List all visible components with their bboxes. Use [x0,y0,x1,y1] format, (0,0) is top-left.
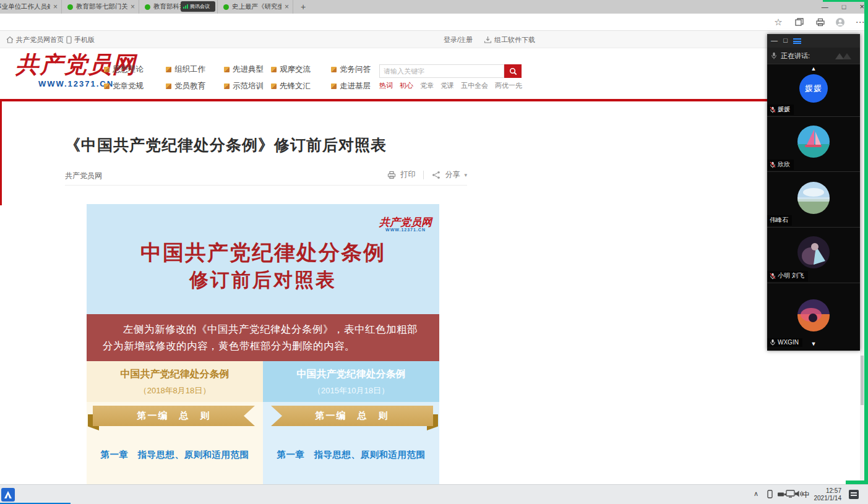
hot-keyword[interactable]: 党章 [420,81,434,90]
site-search [379,64,522,78]
tab-title: 史上最严《研究生导师指导行为准则》 [232,2,281,11]
nav-item[interactable]: 示范培训 [224,81,271,92]
poster-column-headers: 中国共产党纪律处分条例 （2018年8月18日） 中国共产党纪律处分条例 （20… [87,361,439,402]
avatar [797,236,830,268]
green-dot-favicon [67,4,73,10]
nav-bullet-icon [271,83,277,89]
participant-name-chip: 伟峰石 [767,215,792,226]
new-tab-button[interactable]: + [298,1,309,12]
participant-tile-5[interactable]: ▼ WXGIN [767,283,860,351]
panel-minimize-button[interactable]: — [770,36,778,45]
hot-keyword[interactable]: 热词 [379,81,393,90]
participant-tile-2[interactable]: 欣欣 [767,116,860,171]
poster-notice-text: 左侧为新修改的《中国共产党纪律处分条例》，表中红色加粗部分为新增或修改的内容，黄… [87,314,439,354]
nav-item[interactable]: 走进基层 [331,81,380,92]
search-button[interactable] [504,64,522,78]
meeting-float-pill[interactable]: 腾讯会议 [181,1,215,12]
taskbar-app-icon[interactable] [1,488,15,502]
share-label[interactable]: 分享 [445,169,460,180]
panel-maximize-button[interactable]: □ [781,36,789,45]
hot-keyword[interactable]: 党课 [440,81,454,90]
phone-tray-icon[interactable] [767,490,773,498]
collections-icon[interactable] [794,18,805,29]
article-title: 《中国共产党纪律处分条例》修订前后对照表 [65,135,498,155]
mic-muted-icon [770,161,776,168]
hot-keyword[interactable]: 五中全会 [461,81,488,90]
profile-avatar-icon[interactable] [835,17,846,28]
nav-item[interactable]: 思想理论 [104,64,166,75]
left-column-header: 中国共产党纪律处分条例 （2018年8月18日） [87,361,263,402]
page-scrollbar-thumb[interactable] [861,356,864,405]
share-caret-icon[interactable]: ▾ [464,172,467,178]
hot-keyword[interactable]: 初心 [400,81,413,90]
nav-item[interactable]: 组织工作 [166,64,224,75]
display-tray-icon[interactable] [786,490,795,498]
nav-bullet-icon [331,67,337,72]
print-label[interactable]: 打印 [400,169,415,180]
comparison-poster-image: 共产党员网 WWW.12371.CN 中国共产党纪律处分条例 修订前后对照表 左… [87,204,439,484]
window-controls: — □ × [822,0,864,14]
clock-date: 2021/1/14 [813,495,841,502]
screenshare-border-top [823,0,868,2]
maximize-button[interactable]: □ [842,0,846,14]
page-scrollbar-track[interactable] [860,31,864,484]
participant-name-chip: 媛媛 [767,105,794,115]
nav-bullet-icon [166,83,171,89]
tab-close-icon[interactable]: × [53,2,58,11]
browser-tab-4[interactable]: 史上最严《研究生导师指导行为准则》 × [220,0,293,14]
taskbar-clock[interactable]: 12:57 2021/1/14 [813,487,841,502]
nav-item[interactable]: 党章党规 [104,81,166,92]
poster-notice-banner: 左侧为新修改的《中国共产党纪律处分条例》，表中红色加粗部分为新增或修改的内容，黄… [87,314,439,361]
nav-bullet-icon [166,67,171,72]
participant-tile-3[interactable]: 伟峰石 [767,171,860,227]
usb-tray-icon[interactable] [777,492,786,497]
login-register-link[interactable]: 登录/注册 [444,31,473,48]
browser-tab-1[interactable]: 事业单位工作人员处分暂行规定 × [0,0,62,14]
tab-close-icon[interactable]: × [131,2,135,11]
search-input[interactable] [379,64,504,78]
participant-tile-4[interactable]: 小明 刘飞 [767,227,860,283]
share-icon[interactable] [432,171,440,179]
speaking-status-bar: 正在讲话: [767,48,860,64]
close-button[interactable]: × [859,0,864,14]
divider [423,171,424,179]
article-meta: 共产党员网 打印 分享 ▾ [65,167,467,186]
article-source: 共产党员网 [65,171,102,181]
part-ribbon: 第一编 总 则 [271,406,433,426]
nav-item[interactable]: 党员教育 [166,81,224,92]
printer-icon[interactable] [815,18,826,29]
home-icon [6,36,14,43]
speaking-label: 正在讲话: [781,51,810,61]
nav-item[interactable]: 观摩交流 [271,64,331,75]
member-list-icon[interactable] [793,38,801,44]
participant-name: 媛媛 [778,105,790,114]
browser-tab-2[interactable]: 教育部等七部门关于加强和改进新时代… × [64,0,139,14]
action-center-icon[interactable] [849,490,859,499]
nav-item[interactable]: 先进典型 [224,64,271,75]
hot-keyword[interactable]: 两优一先 [495,81,522,90]
mobile-version-link[interactable]: 手机版 [66,31,95,48]
part-ribbon: 第一编 总 则 [93,406,255,426]
participant-name: 欣欣 [778,160,790,169]
green-dot-favicon [145,4,150,10]
tab-close-icon[interactable]: × [285,2,289,11]
collapse-up-icon[interactable]: ▲ [767,66,860,72]
tray-expand-icon[interactable]: ∧ [754,490,758,498]
nav-item[interactable]: 先锋文汇 [271,81,331,92]
participant-name: 小明 刘飞 [778,271,804,280]
home-link[interactable]: 共产党员网首页 [6,31,64,48]
nav-item[interactable]: 党务问答 [331,64,380,75]
browser-tab-bar: 事业单位工作人员处分暂行规定 × 教育部等七部门关于加强和改进新时代… × 教育… [0,0,868,14]
green-dot-favicon [223,4,229,10]
poster-title-line1: 中国共产党纪律处分条例 [87,239,439,267]
favorites-star-icon[interactable]: ☆ [773,17,784,28]
print-icon[interactable] [387,171,396,179]
screen: 事业单位工作人员处分暂行规定 × 教育部等七部门关于加强和改进新时代… × 教育… [0,0,868,504]
mic-icon [771,52,777,59]
software-download-link[interactable]: 组工软件下载 [484,31,535,48]
nav-bullet-icon [104,67,110,72]
participant-tile-1[interactable]: ▲ 媛媛 媛媛 [767,64,860,116]
minimize-button[interactable]: — [822,0,828,14]
ime-indicator[interactable]: 中 [802,490,810,500]
avatar [797,182,830,214]
